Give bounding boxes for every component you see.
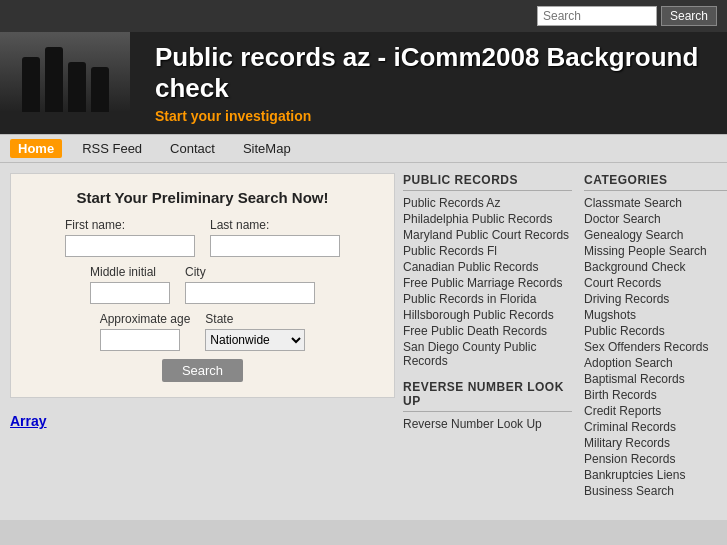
rn-link-0[interactable]: Reverse Number Look Up <box>403 417 542 431</box>
public-records-heading: PUBLIC RECORDS <box>403 173 572 191</box>
search-form-title: Start Your Preliminary Search Now! <box>31 189 374 206</box>
nav-home[interactable]: Home <box>10 139 62 158</box>
list-item: Mugshots <box>584 308 727 322</box>
right-column: CATEGORIES Classmate Search Doctor Searc… <box>580 173 727 510</box>
cat-link-9[interactable]: Sex Offenders Records <box>584 340 709 354</box>
list-item: Free Public Death Records <box>403 324 572 338</box>
list-item: Military Records <box>584 436 727 450</box>
nav-rss[interactable]: RSS Feed <box>74 139 150 158</box>
cat-link-6[interactable]: Driving Records <box>584 292 669 306</box>
list-item: Hillsborough Public Records <box>403 308 572 322</box>
cat-link-0[interactable]: Classmate Search <box>584 196 682 210</box>
reverse-number-section: REVERSE NUMBER LOOK UP Reverse Number Lo… <box>403 380 572 431</box>
pr-link-7[interactable]: Hillsborough Public Records <box>403 308 554 322</box>
list-item: Public Records Az <box>403 196 572 210</box>
list-item: Background Check <box>584 260 727 274</box>
cat-link-4[interactable]: Background Check <box>584 260 685 274</box>
top-search-button[interactable]: Search <box>661 6 717 26</box>
list-item: Baptismal Records <box>584 372 727 386</box>
list-item: Bankruptcies Liens <box>584 468 727 482</box>
cat-link-17[interactable]: Bankruptcies Liens <box>584 468 685 482</box>
cat-link-13[interactable]: Credit Reports <box>584 404 661 418</box>
main-content: Start Your Preliminary Search Now! First… <box>0 163 727 520</box>
list-item: Doctor Search <box>584 212 727 226</box>
left-column: Start Your Preliminary Search Now! First… <box>10 173 395 510</box>
middle-initial-label: Middle initial <box>90 265 170 279</box>
pr-link-6[interactable]: Public Records in Florida <box>403 292 536 306</box>
nav-sitemap[interactable]: SiteMap <box>235 139 299 158</box>
cat-link-7[interactable]: Mugshots <box>584 308 636 322</box>
age-label: Approximate age <box>100 312 191 326</box>
middle-initial-input[interactable] <box>90 282 170 304</box>
list-item: Reverse Number Look Up <box>403 417 572 431</box>
reverse-number-heading: REVERSE NUMBER LOOK UP <box>403 380 572 412</box>
cat-link-16[interactable]: Pension Records <box>584 452 675 466</box>
navbar: Home RSS Feed Contact SiteMap <box>0 134 727 163</box>
header-banner: Public records az - iComm2008 Background… <box>0 32 727 134</box>
cat-link-3[interactable]: Missing People Search <box>584 244 707 258</box>
list-item: Maryland Public Court Records <box>403 228 572 242</box>
pr-link-9[interactable]: San Diego County Public Records <box>403 340 536 368</box>
nav-contact[interactable]: Contact <box>162 139 223 158</box>
list-item: Criminal Records <box>584 420 727 434</box>
cat-link-2[interactable]: Genealogy Search <box>584 228 683 242</box>
search-form: Start Your Preliminary Search Now! First… <box>10 173 395 398</box>
middle-column: PUBLIC RECORDS Public Records Az Philade… <box>395 173 580 510</box>
site-subtitle: Start your investigation <box>155 108 712 124</box>
list-item: Pension Records <box>584 452 727 466</box>
cat-link-8[interactable]: Public Records <box>584 324 665 338</box>
state-label: State <box>205 312 305 326</box>
cat-link-1[interactable]: Doctor Search <box>584 212 661 226</box>
list-item: Public Records in Florida <box>403 292 572 306</box>
list-item: Free Public Marriage Records <box>403 276 572 290</box>
cat-link-10[interactable]: Adoption Search <box>584 356 673 370</box>
list-item: Canadian Public Records <box>403 260 572 274</box>
list-item: Public Records Fl <box>403 244 572 258</box>
cat-link-18[interactable]: Business Search <box>584 484 674 498</box>
list-item: Missing People Search <box>584 244 727 258</box>
cat-link-15[interactable]: Military Records <box>584 436 670 450</box>
categories-section: CATEGORIES Classmate Search Doctor Searc… <box>584 173 727 498</box>
pr-link-4[interactable]: Canadian Public Records <box>403 260 538 274</box>
list-item: Classmate Search <box>584 196 727 210</box>
header-image <box>0 32 130 112</box>
search-button[interactable]: Search <box>162 359 243 382</box>
city-input[interactable] <box>185 282 315 304</box>
top-search-input[interactable] <box>537 6 657 26</box>
list-item: Adoption Search <box>584 356 727 370</box>
list-item: Driving Records <box>584 292 727 306</box>
pr-link-3[interactable]: Public Records Fl <box>403 244 497 258</box>
cat-link-5[interactable]: Court Records <box>584 276 661 290</box>
cat-link-14[interactable]: Criminal Records <box>584 420 676 434</box>
age-input[interactable] <box>100 329 180 351</box>
public-records-list: Public Records Az Philadelphia Public Re… <box>403 196 572 368</box>
cat-link-12[interactable]: Birth Records <box>584 388 657 402</box>
first-name-input[interactable] <box>65 235 195 257</box>
categories-heading: CATEGORIES <box>584 173 727 191</box>
state-select[interactable]: Nationwide Alabama Alaska Arizona Arkans… <box>205 329 305 351</box>
list-item: Public Records <box>584 324 727 338</box>
last-name-input[interactable] <box>210 235 340 257</box>
reverse-number-list: Reverse Number Look Up <box>403 417 572 431</box>
list-item: Sex Offenders Records <box>584 340 727 354</box>
pr-link-2[interactable]: Maryland Public Court Records <box>403 228 569 242</box>
public-records-section: PUBLIC RECORDS Public Records Az Philade… <box>403 173 572 368</box>
cat-link-11[interactable]: Baptismal Records <box>584 372 685 386</box>
last-name-label: Last name: <box>210 218 340 232</box>
top-bar: Search <box>0 0 727 32</box>
pr-link-1[interactable]: Philadelphia Public Records <box>403 212 552 226</box>
list-item: Genealogy Search <box>584 228 727 242</box>
list-item: San Diego County Public Records <box>403 340 572 368</box>
categories-list: Classmate Search Doctor Search Genealogy… <box>584 196 727 498</box>
pr-link-8[interactable]: Free Public Death Records <box>403 324 547 338</box>
pr-link-5[interactable]: Free Public Marriage Records <box>403 276 562 290</box>
list-item: Credit Reports <box>584 404 727 418</box>
list-item: Birth Records <box>584 388 727 402</box>
city-label: City <box>185 265 315 279</box>
list-item: Business Search <box>584 484 727 498</box>
site-title: Public records az - iComm2008 Background… <box>155 42 712 104</box>
array-link[interactable]: Array <box>10 413 47 429</box>
pr-link-0[interactable]: Public Records Az <box>403 196 500 210</box>
list-item: Philadelphia Public Records <box>403 212 572 226</box>
first-name-label: First name: <box>65 218 195 232</box>
